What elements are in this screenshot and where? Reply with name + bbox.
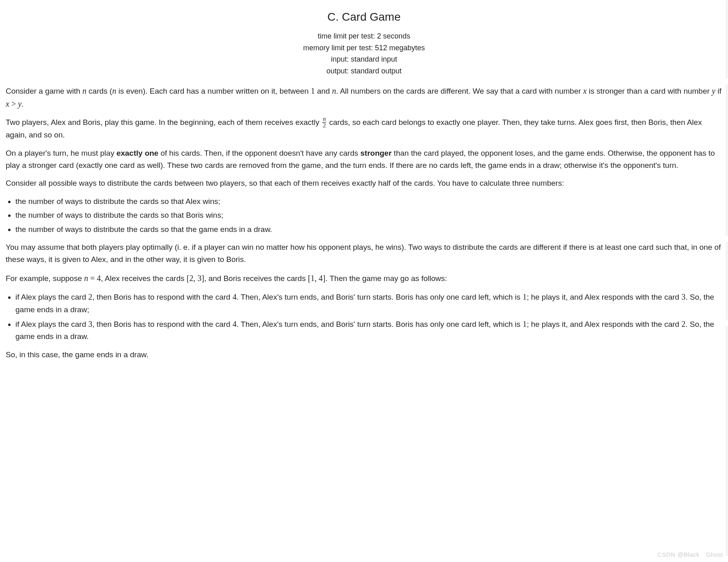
text: . Then, Alex's turn ends, and Boris' tur… <box>237 293 523 301</box>
bold-text: exactly one <box>116 149 159 157</box>
paragraph-3: On a player's turn, he must play exactly… <box>6 147 722 172</box>
list-item: the number of ways to distribute the car… <box>15 223 722 236</box>
memory-limit: memory limit per test: 512 megabytes <box>6 42 722 54</box>
problem-title: C. Card Game <box>6 8 722 26</box>
scroll-indicator <box>726 0 728 562</box>
fraction-denominator: 2 <box>322 122 326 129</box>
math-1: 1 <box>523 320 527 328</box>
list-outcomes: the number of ways to distribute the car… <box>15 195 722 236</box>
math-n: n <box>82 86 86 95</box>
output-spec: output: standard output <box>6 65 722 77</box>
math-4: 4 <box>233 292 237 301</box>
text: . Then, Alex's turn ends, and Boris' tur… <box>237 320 523 328</box>
text: On a player's turn, he must play <box>6 149 116 157</box>
list-item: the number of ways to distribute the car… <box>15 195 722 208</box>
math-eq: = <box>88 274 97 283</box>
math-2: 2 <box>681 320 685 328</box>
math-fraction-n-over-2: n2 <box>322 116 326 129</box>
text: cards ( <box>86 87 112 95</box>
paragraph-5: You may assume that both players play op… <box>6 241 722 266</box>
math-n: n <box>332 86 336 95</box>
input-spec: input: standard input <box>6 54 722 65</box>
fraction-numerator: n <box>322 116 326 122</box>
text: , Alex receives the cards <box>101 274 187 283</box>
math-4: 4 <box>319 274 323 283</box>
math-3: 3 <box>88 320 93 328</box>
math-n: n <box>84 274 88 283</box>
text: of his cards. Then, if the opponent does… <box>158 149 360 157</box>
math-3: 3 <box>681 292 685 301</box>
paragraph-4: Consider all possible ways to distribute… <box>6 177 722 189</box>
bold-text: stronger <box>360 149 392 157</box>
math-y: y <box>18 99 22 108</box>
math-3: 3 <box>197 274 201 283</box>
paragraph-1: Consider a game with n cards (n is even)… <box>6 84 722 111</box>
paragraph-6: For example, suppose n = 4, Alex receive… <box>6 272 722 285</box>
math-n: n <box>323 116 326 122</box>
list-item: if Alex plays the card 2, then Boris has… <box>15 290 722 316</box>
text: ; he plays it, and Alex responds with th… <box>527 293 681 301</box>
text: is stronger than a card with number <box>587 87 712 95</box>
paragraph-2: Two players, Alex and Boris, play this g… <box>6 116 722 142</box>
text: . All numbers on the cards are different… <box>336 87 583 95</box>
math-gt: > <box>9 99 18 108</box>
math-4: 4 <box>97 274 101 283</box>
list-item: the number of ways to distribute the car… <box>15 209 722 221</box>
text: . <box>22 100 24 108</box>
watermark: CSDN @Black Ghost <box>657 550 723 560</box>
math-2: 2 <box>189 274 193 283</box>
time-limit: time limit per test: 2 seconds <box>6 30 722 42</box>
text: is even). Each card has a number written… <box>116 87 310 95</box>
math-1: 1 <box>523 292 527 301</box>
text: if <box>715 87 722 95</box>
math-x: x <box>6 99 9 108</box>
text: if Alex plays the card <box>15 320 88 328</box>
paragraph-7: So, in this case, the game ends in a dra… <box>6 349 722 361</box>
math-1: 1 <box>311 86 315 95</box>
math-2: 2 <box>88 292 93 301</box>
text: Two players, Alex and Boris, play this g… <box>6 118 321 127</box>
text: Consider a game with <box>6 87 82 95</box>
text: For example, suppose <box>6 274 84 283</box>
text: . Then the game may go as follows: <box>325 274 447 283</box>
math-n: n <box>112 86 116 95</box>
math-y: y <box>712 86 715 95</box>
list-example-plays: if Alex plays the card 2, then Boris has… <box>15 290 722 343</box>
problem-header: C. Card Game time limit per test: 2 seco… <box>6 8 722 77</box>
text: , then Boris has to respond with the car… <box>93 293 233 301</box>
text: ; he plays it, and Alex responds with th… <box>527 320 681 328</box>
text: , and Boris receives the cards <box>204 274 308 283</box>
math-x: x <box>583 86 587 95</box>
text: and <box>315 87 332 95</box>
text: if Alex plays the card <box>15 293 88 301</box>
list-item: if Alex plays the card 3, then Boris has… <box>15 317 722 343</box>
text: , then Boris has to respond with the car… <box>93 320 233 328</box>
math-4: 4 <box>233 320 237 328</box>
math-1: 1 <box>310 274 314 283</box>
